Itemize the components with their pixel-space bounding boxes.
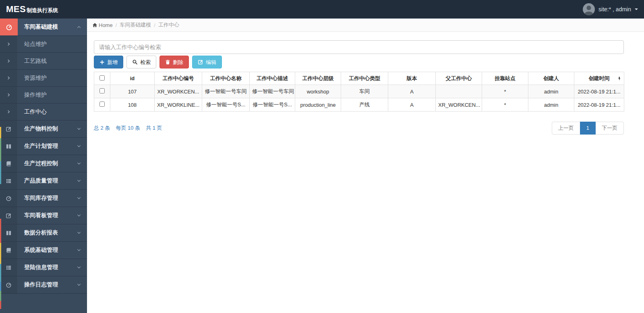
column-header-created-time: 创建时间 — [574, 72, 624, 85]
sidebar-group-workshop-modeling[interactable]: 车间基础建模 — [0, 19, 87, 36]
sidebar: 车间基础建模 站点维护 工艺路线 资源维护 操作维护 工作中心 生产物料控制 生… — [0, 19, 87, 313]
gauge-icon — [0, 190, 18, 207]
sidebar-group-system-management[interactable]: 系统基础管理 — [0, 242, 87, 259]
breadcrumb-separator: / — [116, 22, 117, 28]
pin-icon[interactable] — [617, 76, 621, 81]
sidebar-group-data-analysis[interactable]: 数据分析报表 — [0, 224, 87, 242]
avatar — [583, 3, 595, 15]
sidebar-group-label: 登陆信息管理 — [18, 264, 77, 271]
chevron-down-icon — [77, 161, 81, 166]
sidebar-item-process-route[interactable]: 工艺路线 — [0, 53, 87, 70]
chevron-down-icon — [77, 248, 81, 253]
column-header-station: 挂靠站点 — [482, 72, 528, 85]
chevron-right-icon — [0, 36, 18, 52]
cell-version: A — [388, 85, 436, 98]
search-button[interactable]: 检索 — [126, 56, 156, 68]
row-checkbox[interactable] — [99, 102, 105, 107]
app-logo[interactable]: MES 制造执行系统 — [6, 4, 58, 15]
row-checkbox-cell — [94, 85, 110, 98]
accent-strip — [0, 127, 1, 138]
sidebar-group-quality-management[interactable]: 产品质量管理 — [0, 172, 87, 190]
delete-button[interactable]: 删除 — [159, 56, 189, 68]
accent-strip — [0, 243, 1, 264]
chevron-down-icon — [77, 265, 81, 270]
sidebar-item-resource-maintenance[interactable]: 资源维护 — [0, 70, 87, 87]
table-row[interactable]: 107 XR_WORKCEN... 修一智能一号车间 修一智能一号车间 work… — [94, 85, 624, 98]
breadcrumb-home-label: Home — [99, 22, 113, 28]
cell-name: 修一智能一号S... — [202, 98, 250, 112]
column-header-code: 工作中心编号 — [155, 72, 202, 85]
page-1-button[interactable]: 1 — [580, 122, 596, 135]
cell-created-time: 2022-08-19 21:1... — [574, 85, 624, 98]
summary-total: 总 2 条 — [94, 124, 110, 132]
breadcrumb-separator: / — [154, 22, 155, 28]
cell-level: workshop — [295, 85, 341, 98]
sidebar-group-operation-log[interactable]: 操作日志管理 — [0, 276, 87, 294]
sidebar-group-inventory-management[interactable]: 车间库存管理 — [0, 190, 87, 207]
chevron-right-icon — [0, 87, 18, 103]
table-row[interactable]: 108 XR_WORKLINE... 修一智能一号S... 修一智能一号S...… — [94, 98, 624, 112]
sidebar-group-board-management[interactable]: 车间看板管理 — [0, 207, 87, 224]
row-checkbox[interactable] — [99, 88, 105, 93]
trash-icon — [165, 59, 170, 65]
sidebar-group-plan-management[interactable]: 生产计划管理 — [0, 138, 87, 155]
columns-icon — [0, 138, 18, 155]
sidebar-item-operation-maintenance[interactable]: 操作维护 — [0, 87, 87, 104]
columns-icon — [0, 224, 18, 241]
chevron-down-icon — [77, 230, 81, 235]
sidebar-item-label: 工艺路线 — [18, 58, 87, 65]
breadcrumb-item-page: 工作中心 — [158, 21, 179, 29]
cell-code: XR_WORKLINE... — [155, 98, 202, 112]
cell-parent: XR_WORKCEN... — [436, 98, 482, 112]
search-input[interactable] — [94, 40, 624, 54]
chevron-down-icon — [77, 178, 81, 183]
gauge-icon — [0, 19, 18, 35]
cell-created-time: 2022-08-19 21:1... — [574, 98, 624, 112]
accent-strip — [0, 301, 1, 309]
edit-icon — [0, 120, 18, 137]
sidebar-group-label: 数据分析报表 — [18, 229, 77, 236]
chevron-up-icon — [77, 25, 81, 29]
toolbar: 新增 检索 删除 编辑 — [94, 56, 624, 68]
sidebar-group-label: 产品质量管理 — [18, 177, 77, 184]
sidebar-item-work-center[interactable]: 工作中心 — [0, 104, 87, 120]
edit-button[interactable]: 编辑 — [192, 56, 222, 68]
app-logo-bold: MES — [6, 4, 26, 15]
top-navbar: MES 制造执行系统 site:* , admin — [0, 0, 644, 19]
select-all-checkbox[interactable] — [99, 75, 105, 81]
breadcrumb-home-link[interactable]: Home — [92, 22, 113, 28]
summary-pages: 共 1 页 — [146, 124, 162, 132]
sidebar-group-label: 车间看板管理 — [18, 212, 77, 219]
cell-description: 修一智能一号S... — [250, 98, 295, 112]
chevron-down-icon — [77, 126, 81, 131]
sidebar-group-process-control[interactable]: 生产过程控制 — [0, 155, 87, 172]
chevron-right-icon — [0, 70, 18, 86]
cell-version: A — [388, 98, 436, 112]
sidebar-item-site-maintenance[interactable]: 站点维护 — [0, 36, 87, 53]
next-page-button[interactable]: 下一页 — [595, 122, 624, 135]
prev-page-button[interactable]: 上一页 — [552, 122, 580, 135]
summary-per-page: 每页 10 条 — [116, 124, 140, 132]
add-button[interactable]: 新增 — [94, 56, 123, 68]
pagination-summary: 总 2 条 每页 10 条 共 1 页 — [94, 124, 162, 132]
sidebar-item-label: 操作维护 — [18, 91, 87, 99]
row-checkbox-cell — [94, 98, 110, 112]
breadcrumb: Home / 车间基础建模 / 工作中心 — [87, 19, 644, 32]
sidebar-group-label: 生产物料控制 — [18, 125, 77, 133]
table-header-row: id 工作中心编号 工作中心名称 工作中心描述 工作中心层级 工作中心类型 版本… — [94, 72, 624, 85]
chevron-down-icon — [77, 196, 81, 201]
chevron-down-icon — [77, 144, 81, 149]
home-icon — [92, 23, 97, 28]
user-menu[interactable]: site:* , admin — [583, 3, 638, 15]
chevron-down-icon — [77, 213, 81, 218]
cell-level: production_line — [295, 98, 341, 112]
cell-type: 车间 — [341, 85, 388, 98]
sidebar-group-material-control[interactable]: 生产物料控制 — [0, 120, 87, 138]
sidebar-item-label: 站点维护 — [18, 41, 87, 48]
book-icon — [0, 155, 18, 172]
edit-icon — [198, 59, 203, 65]
breadcrumb-item-module[interactable]: 车间基础建模 — [120, 21, 151, 29]
sidebar-group-login-info[interactable]: 登陆信息管理 — [0, 259, 87, 276]
accent-strip — [0, 282, 1, 291]
cell-id: 107 — [110, 85, 155, 98]
